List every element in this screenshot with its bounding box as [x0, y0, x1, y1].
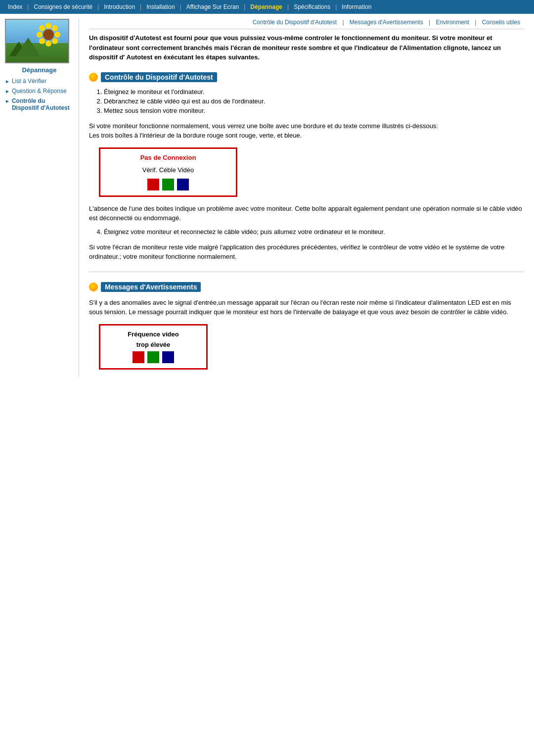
color-squares	[105, 179, 231, 190]
demo-box2-line2: trop élevée	[107, 341, 199, 348]
sidebar-link-controle-label: Contrôle du Dispositif d'Autotest	[12, 97, 74, 111]
arrow-icon-2: ►	[5, 89, 10, 94]
nav-sep-5: |	[243, 3, 246, 10]
step4-list: Éteignez votre moniteur et reconnectez l…	[89, 228, 524, 236]
secondary-nav: Contrôle du Dispositif d'Autotest | Mess…	[89, 19, 524, 29]
sidebar-link-question-label: Question & Réponse	[12, 88, 67, 94]
section1-title: Contrôle du Dispositif d'Autotest	[101, 72, 217, 82]
green-square	[162, 179, 174, 190]
step-2: Débranchez le câble vidéo qui est au dos…	[104, 97, 524, 105]
sidebar-link-list[interactable]: ► List à Vérifier	[5, 78, 74, 85]
blue-square	[177, 179, 189, 190]
blue-square-2	[162, 351, 174, 363]
red-square-2	[133, 351, 144, 363]
demo-box-container: Pas de Connexion Vérif. Céble Vidéo	[99, 147, 524, 197]
demo-box: Pas de Connexion Vérif. Céble Vidéo	[99, 147, 237, 197]
intro-paragraph: Un dispositif d'Autotest est fourni pour…	[89, 33, 524, 62]
section1-para3: Si votre l'écran de moniteur reste vide …	[89, 242, 524, 262]
nav-sep-4: |	[179, 3, 182, 10]
snav-controle[interactable]: Contrôle du Dispositif d'Autotest	[249, 19, 341, 26]
section2-para1: S'il y a des anomalies avec le signal d'…	[89, 298, 524, 317]
nav-specifications[interactable]: Spécifications	[290, 2, 334, 11]
section2-header: Messages d'Avertissements	[89, 282, 524, 292]
nav-sep-2: |	[96, 3, 100, 10]
content-area: Contrôle du Dispositif d'Autotest | Mess…	[79, 19, 534, 377]
snav-sep-3: |	[473, 19, 478, 26]
nav-sep-6: |	[286, 3, 290, 10]
nav-sep-3: |	[139, 3, 142, 10]
sidebar-link-controle[interactable]: ► Contrôle du Dispositif d'Autotest	[5, 97, 74, 111]
section-divider	[89, 272, 524, 272]
demo-box2: Fréquence video trop élevée	[99, 324, 208, 370]
demo-box2-line1: Fréquence video	[107, 331, 199, 338]
top-navigation: Index | Consignes de sécurité | Introduc…	[0, 0, 534, 14]
nav-index[interactable]: Index	[4, 2, 26, 11]
demo-box-subtitle: Vérif. Céble Vidéo	[105, 166, 231, 174]
section2-dot-icon	[89, 283, 98, 291]
steps-list: Éteignez le moniteur et l'ordinateur. Dé…	[89, 88, 524, 114]
nav-depannage[interactable]: Dépannage	[246, 2, 286, 11]
section2-title: Messages d'Avertissements	[101, 282, 201, 292]
step-4: Éteignez votre moniteur et reconnectez l…	[104, 228, 524, 236]
sidebar-title: Dépannage	[5, 66, 74, 74]
section1-header: Contrôle du Dispositif d'Autotest	[89, 72, 524, 82]
section1-para2: L'absence de l'une des boites indique un…	[89, 204, 524, 223]
nav-consignes[interactable]: Consignes de sécurité	[30, 2, 96, 11]
snav-sep-2: |	[427, 19, 432, 26]
arrow-icon-1: ►	[5, 79, 10, 84]
sidebar-link-question[interactable]: ► Question & Réponse	[5, 88, 74, 94]
step-3: Mettez sous tension votre moniteur.	[104, 107, 524, 114]
sidebar: Dépannage ► List à Vérifier ► Question &…	[0, 19, 79, 377]
snav-sep-1: |	[341, 19, 346, 26]
section1-para1: Si votre moniteur fonctionne normalement…	[89, 121, 524, 141]
nav-installation[interactable]: Installation	[142, 2, 178, 11]
main-layout: Dépannage ► List à Vérifier ► Question &…	[0, 14, 534, 381]
demo-box2-squares	[107, 351, 199, 363]
nav-introduction[interactable]: Introduction	[100, 2, 139, 11]
demo-box-title: Pas de Connexion	[105, 154, 231, 161]
nav-sep-7: |	[334, 3, 338, 10]
nav-sep-1: |	[26, 3, 30, 10]
nav-affichage[interactable]: Affichage Sur Ecran	[182, 2, 243, 11]
snav-messages[interactable]: Messages d'Avertissements	[346, 19, 427, 26]
snav-conseils[interactable]: Conseils utiles	[478, 19, 524, 26]
red-square	[147, 179, 159, 190]
snav-environment[interactable]: Environment	[432, 19, 473, 26]
green-square-2	[147, 351, 159, 363]
sidebar-image	[5, 19, 69, 63]
sidebar-link-list-label: List à Vérifier	[12, 78, 46, 85]
nav-information[interactable]: Information	[338, 2, 375, 11]
arrow-icon-3: ►	[5, 98, 10, 104]
section1-dot-icon	[89, 73, 98, 82]
step-1: Éteignez le moniteur et l'ordinateur.	[104, 88, 524, 95]
